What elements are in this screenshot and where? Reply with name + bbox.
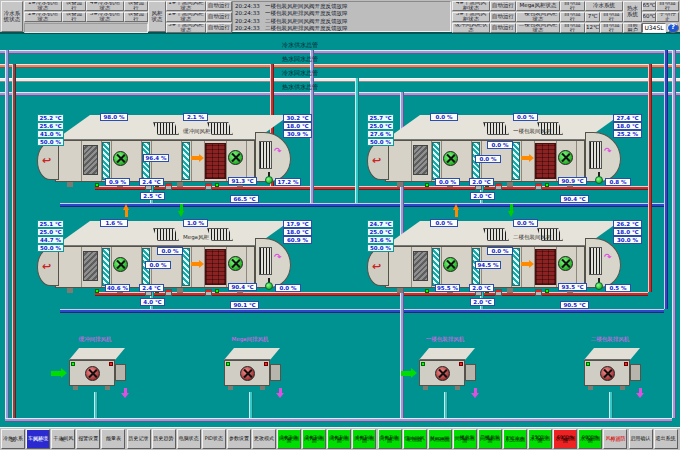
bottom-nav-button[interactable]: 电脑状态 (177, 429, 201, 449)
bottom-nav-button[interactable]: 二楼包装间风柜画面 (478, 429, 502, 449)
bottom-nav-button[interactable]: 7℃冷水系统画面 (503, 429, 527, 449)
ahu-status-button[interactable]: 一楼包装间风柜状态 (516, 12, 560, 22)
ahu-unit[interactable]: ↩↷二楼包装间风柜24.7 ℃25.0 ℃31.6 %50.0 %0.0 %0.… (385, 218, 675, 318)
panel-divider (246, 141, 247, 181)
ahu-status-button[interactable]: 二楼包装间风柜状态 (516, 23, 560, 33)
water-temp-readout: 2.5 ℃ (140, 192, 165, 200)
ahu-unit[interactable]: ↩↷一楼包装间风柜25.7 ℃25.0 ℃27.6 %50.0 %0.0 %0.… (385, 112, 675, 212)
status-indicator (545, 183, 549, 187)
bottom-nav-button[interactable]: 25℃冷水系统画面 (528, 429, 552, 449)
fan-icon (443, 151, 458, 166)
ahu-unit[interactable]: ↩↷Mega风柜25.1 ℃25.0 ℃44.7 %50.0 %1.6 %1.0… (55, 218, 345, 318)
bottom-nav-button[interactable]: 启用确认 (629, 429, 653, 449)
ahu-leg (507, 182, 513, 187)
bottom-nav-button[interactable]: 90℃热水系统画面 (578, 429, 602, 449)
bottom-nav-button[interactable]: PID状态 (202, 429, 226, 449)
alarm-list[interactable]: 20:24:33一楼包装风柜回风阀开度反馈故障20:24:33一楼包装风柜排风阀… (232, 1, 451, 32)
internal-readout: 0.0 % (157, 247, 183, 255)
alarm-row[interactable]: 20:24:33二楼包装风柜回风阀开度反馈故障 (233, 18, 450, 25)
chilled-water-mode-button[interactable]: 自动运行 (600, 12, 623, 22)
fan-icon (558, 150, 573, 165)
valve-icon[interactable] (265, 172, 273, 184)
bottom-nav-button[interactable]: 更改模式 (252, 429, 276, 449)
bottom-nav-button[interactable]: 冷热水系统 (1, 429, 25, 449)
ahu-status-value: 自动运行 (206, 1, 232, 11)
hot-water-temp: 60℃ (642, 12, 656, 22)
bottom-nav-button[interactable]: 报警设置 (76, 429, 100, 449)
panel-divider (411, 247, 412, 287)
damper-readout: 0.0 % (513, 113, 538, 121)
arrow-stem (51, 371, 61, 376)
bottom-nav-button[interactable]: 历史趋势 (152, 429, 176, 449)
bottom-nav-button[interactable]: 缓冲间风柜画面 (403, 429, 427, 449)
bottom-nav-button[interactable]: 退出系统 (654, 429, 678, 449)
alarm-row[interactable]: 20:24:33二楼包装风柜排风阀开度反馈故障 (233, 25, 450, 32)
hot-water-mode-button[interactable]: 手动停止 (656, 12, 679, 22)
supply-air-readout: 26.2 ℃ (613, 220, 642, 228)
exhaust-fan-unit[interactable]: Mega间排风机 (210, 336, 290, 406)
bottom-nav-button[interactable]: 干蒸间风柜 (51, 429, 75, 449)
ahu-status-button[interactable]: 5#干蒸间风柜状态 (452, 12, 490, 22)
sensor-top (496, 290, 501, 292)
access-door (83, 251, 98, 281)
ahu-status-button[interactable]: Mega风柜状态 (516, 1, 560, 11)
sensor-top (206, 290, 211, 292)
pipe-label-hot-supply-main: 热水供水总管 (252, 83, 348, 91)
bottom-nav-button[interactable]: 5#干蒸间风柜画面 (378, 429, 402, 449)
chiller-status-button[interactable]: 1#冷水机组状态 (24, 1, 62, 11)
ahu-status-button[interactable]: 1#干蒸间风柜状态 (166, 1, 206, 11)
ahu-status-value: 自动运行 (560, 1, 585, 11)
bottom-nav-button[interactable]: 4#干蒸间风柜画面 (352, 429, 376, 449)
bottom-nav-button[interactable]: 60℃热水系统画面 (553, 429, 577, 449)
return-air-readout: 25.2 ℃ (37, 114, 64, 122)
ahu-status-button[interactable]: 2#干蒸间风柜状态 (166, 12, 206, 22)
ahu-status-button[interactable]: 缓冲间风柜状态 (452, 23, 490, 33)
chiller-status-button[interactable]: 3#冷水机组状态 (86, 12, 124, 22)
valve-icon[interactable] (265, 278, 273, 290)
ahu-unit[interactable]: ↩↷缓冲间风柜25.2 ℃25.6 ℃41.0 %50.0 %98.0 %2.1… (55, 112, 345, 212)
exhaust-fan-unit[interactable]: 缓冲间排风机 (55, 336, 135, 406)
bottom-nav-button[interactable]: 2#干蒸间风柜画面 (302, 429, 326, 449)
outlet-arrow-icon (276, 388, 284, 398)
filter-panel (432, 142, 440, 180)
fan-duct (630, 364, 641, 381)
alarm-message: 一楼包装风柜排风阀开度反馈故障 (265, 10, 348, 17)
supply-air-readout: 18.0 ℃ (613, 228, 642, 236)
pipe-horizontal (0, 78, 680, 82)
ahu-status-button[interactable]: 4#干蒸间风柜状态 (452, 1, 490, 11)
bottom-nav-button[interactable]: 车间环境风柜 (26, 429, 50, 449)
fan-leg (620, 386, 625, 390)
outlet-grille (589, 247, 602, 275)
current-user-box[interactable]: U34SL (642, 23, 666, 33)
chilled-water-mode-button[interactable]: 自动运行 (600, 23, 623, 33)
hot-water-mode-button[interactable]: 自动运行 (656, 1, 679, 11)
alarm-row[interactable]: 20:24:33一楼包装风柜回风阀开度反馈故障 (233, 3, 450, 10)
fan-duct (115, 364, 126, 381)
bottom-nav-button[interactable]: 一楼包装间风柜画面 (453, 429, 477, 449)
chiller-status-button[interactable]: 2#冷水机组状态 (24, 12, 62, 22)
help-icon[interactable]: ? (667, 23, 679, 33)
bottom-nav-button[interactable]: 3#干蒸间风柜画面 (327, 429, 351, 449)
panel-divider (441, 141, 442, 181)
bottom-nav-button[interactable]: 能量表 (101, 429, 125, 449)
exhaust-fan-unit[interactable]: 一楼包装排风机 (405, 336, 485, 406)
bottom-nav-button[interactable]: 参数设置 (227, 429, 251, 449)
chiller-status-button[interactable]: 4#冷水机组状态 (86, 1, 124, 11)
sensor-icon (205, 183, 212, 190)
outlet-grille (259, 141, 272, 169)
bottom-nav-button[interactable]: 风柜消防停止 (603, 429, 627, 449)
roof-grille (153, 228, 179, 241)
bottom-nav-button[interactable]: Mega间风柜画面 (428, 429, 452, 449)
alarm-row[interactable]: 20:24:33一楼包装风柜排风阀开度反馈故障 (233, 10, 450, 17)
pipe-label-hot-return-main: 热水回水总管 (252, 55, 348, 63)
bottom-nav-button[interactable]: 1#干蒸间风柜画面 (277, 429, 301, 449)
ahu-outlet-end: ↷ (585, 132, 621, 182)
return-air-readout: 50.0 % (367, 138, 394, 146)
hot-water-system-label: 热水系统 (623, 1, 642, 22)
valve-icon[interactable] (595, 278, 603, 290)
airflow-arrow-icon (521, 260, 534, 268)
ahu-status-button[interactable]: 3#干蒸间风柜状态 (166, 23, 206, 33)
bottom-nav-button[interactable]: 历史记录 (127, 429, 151, 449)
exhaust-fan-unit[interactable]: 二楼包装排风机 (570, 336, 650, 406)
valve-icon[interactable] (595, 172, 603, 184)
